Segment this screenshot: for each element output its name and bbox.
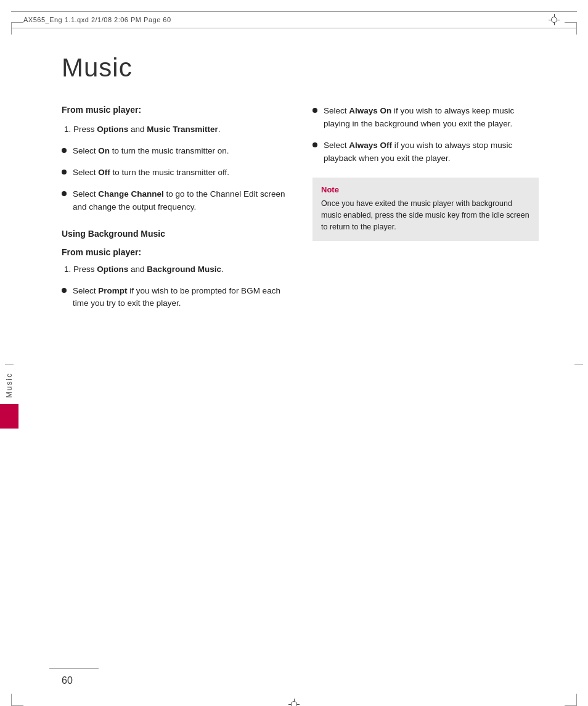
step1-bgm: 1. Press Options and Background Music. [62, 263, 288, 276]
bgm-step1-suffix: . [221, 265, 224, 274]
bgm-step1-prefix: 1. Press [64, 265, 97, 274]
side-mark-right [574, 364, 583, 364]
bullet-dot-off [62, 170, 67, 174]
bullet-text-change-channel: Select Change Channel to go to the Chann… [73, 188, 288, 214]
side-mark-left [5, 364, 14, 364]
step1-prefix: 1. Press [64, 125, 97, 134]
bgm-step1-middle: and [128, 265, 147, 274]
bottom-crosshair [284, 699, 304, 706]
note-box: Note Once you have exited the music play… [312, 178, 539, 241]
side-tab-label: Music [2, 369, 16, 401]
bullet-dot-always-on [312, 108, 317, 113]
bgm-step1-bold2: Background Music [147, 265, 221, 274]
bullet-text-prompt: Select Prompt if you wish to be prompted… [73, 285, 288, 311]
side-tab-bar [0, 404, 18, 429]
note-title: Note [321, 185, 530, 194]
bullet-change-channel: Select Change Channel to go to the Chann… [62, 188, 288, 214]
bottom-divider [49, 668, 99, 669]
bullet-dot-prompt [62, 288, 67, 293]
bullet-dot-on [62, 148, 67, 153]
header-text: AX565_Eng 1.1.qxd 2/1/08 2:06 PM Page 60 [23, 16, 544, 23]
note-text: Once you have exited the music player wi… [321, 198, 530, 234]
header-bar: AX565_Eng 1.1.qxd 2/1/08 2:06 PM Page 60 [11, 11, 577, 28]
bullet-off: Select Off to turn the music transmitter… [62, 166, 288, 179]
corner-mark-bl [11, 694, 23, 706]
section2-subheading: From music player: [62, 247, 288, 257]
corner-mark-br [565, 694, 577, 706]
page-number: 60 [62, 675, 73, 686]
section2-main-heading: Using Background Music [62, 229, 288, 239]
content-area: Music From music player: 1. Press Option… [0, 28, 588, 343]
page-wrapper: AX565_Eng 1.1.qxd 2/1/08 2:06 PM Page 60… [0, 11, 588, 706]
bullet-text-always-on: Select Always On if you wish to always k… [324, 105, 539, 131]
bullet-text-off: Select Off to turn the music transmitter… [73, 166, 229, 179]
bullet-on: Select On to turn the music transmitter … [62, 145, 288, 158]
step1-from-music-player: 1. Press Options and Music Transmitter. [62, 123, 288, 136]
section2: Using Background Music From music player… [62, 229, 288, 311]
step1-bold2: Music Transmitter [147, 125, 218, 134]
step1-middle: and [128, 125, 147, 134]
right-column: Select Always On if you wish to always k… [312, 105, 539, 319]
crosshair-icon [549, 14, 560, 25]
step1-suffix: . [218, 125, 221, 134]
bullet-always-on: Select Always On if you wish to always k… [312, 105, 539, 131]
side-tab: Music [0, 369, 18, 429]
left-column: From music player: 1. Press Options and … [62, 105, 288, 319]
bullet-always-off: Select Always Off if you wish to always … [312, 139, 539, 165]
bullet-text-on: Select On to turn the music transmitter … [73, 145, 229, 158]
bullet-prompt: Select Prompt if you wish to be prompted… [62, 285, 288, 311]
bullet-dot-change-channel [62, 191, 67, 196]
bullet-dot-always-off [312, 142, 317, 147]
page-title: Music [62, 53, 539, 83]
bullet-text-always-off: Select Always Off if you wish to always … [324, 139, 539, 165]
bgm-step1-bold1: Options [97, 265, 128, 274]
section1-heading: From music player: [62, 105, 288, 115]
two-column-layout: From music player: 1. Press Options and … [62, 105, 539, 319]
step1-bold1: Options [97, 125, 128, 134]
